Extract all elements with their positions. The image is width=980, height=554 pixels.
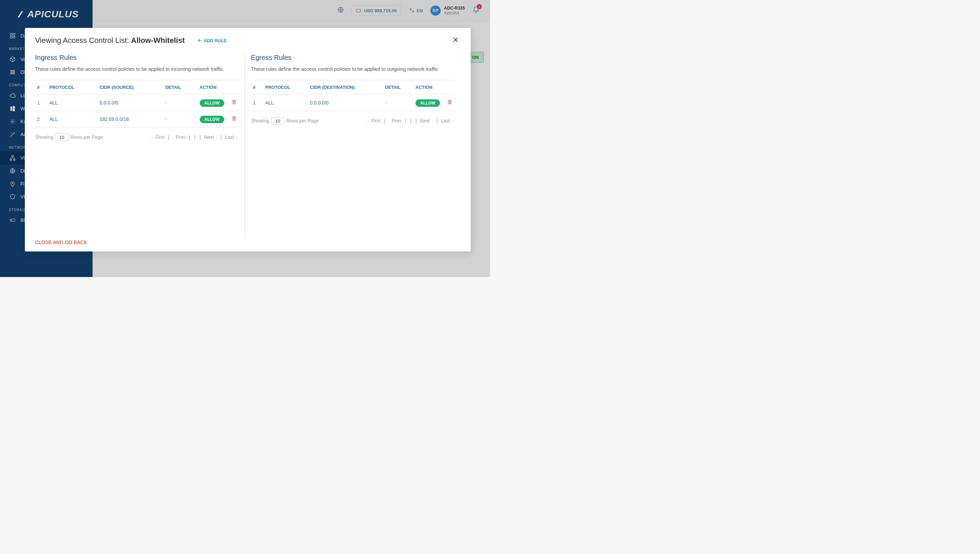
modal-title: Viewing Access Control List: Allow-White… bbox=[35, 36, 185, 45]
modal-title-prefix: Viewing Access Control List: bbox=[35, 36, 131, 45]
pager-showing: Showing bbox=[35, 134, 53, 140]
allow-badge: ALLOW bbox=[200, 99, 224, 107]
trash-icon bbox=[231, 99, 237, 105]
cell-idx: 1 bbox=[35, 95, 47, 111]
ingress-desc: These rules define the access control po… bbox=[35, 66, 239, 72]
pager-prev[interactable]: Prev bbox=[392, 118, 401, 124]
egress-heading: Egress Rules bbox=[251, 54, 455, 62]
pager-showing: Showing bbox=[251, 118, 269, 124]
table-row: 1 ALL 0.0.0.0/0 - ALLOW bbox=[251, 95, 455, 111]
col-action: ACTION bbox=[414, 80, 445, 95]
cell-cidr: 182.69.0.0/16 bbox=[98, 111, 163, 127]
pager-nav: «First | ‹Prev | 1 | Next› | Last» bbox=[150, 134, 239, 140]
pager-first[interactable]: First bbox=[371, 118, 380, 124]
allow-badge: ALLOW bbox=[415, 99, 440, 107]
acl-modal: Viewing Access Control List: Allow-White… bbox=[25, 28, 471, 252]
cell-detail: - bbox=[163, 111, 197, 127]
col-cidr: CIDR (SOURCE) bbox=[98, 80, 163, 95]
pager-next[interactable]: Next bbox=[204, 134, 214, 140]
delete-rule-button[interactable] bbox=[447, 100, 453, 106]
pager-next[interactable]: Next bbox=[420, 118, 430, 124]
egress-pager: Showing Rows per Page «First | ‹Prev | 1… bbox=[251, 111, 455, 124]
ingress-heading: Ingress Rules bbox=[35, 54, 239, 62]
cell-cidr: 0.0.0.0/0 bbox=[308, 95, 383, 111]
col-detail: DETAIL bbox=[383, 80, 414, 95]
cell-idx: 2 bbox=[35, 111, 47, 127]
plus-icon bbox=[196, 37, 202, 43]
pager-last[interactable]: Last bbox=[225, 134, 234, 140]
next-caret-icon: › bbox=[216, 136, 217, 140]
modal-header: Viewing Access Control List: Allow-White… bbox=[25, 28, 471, 51]
ingress-table: # PROTOCOL CIDR (SOURCE) DETAIL ACTION 1… bbox=[35, 80, 239, 127]
add-rule-label: ADD RULE bbox=[204, 38, 227, 43]
pager-prev[interactable]: Prev bbox=[176, 134, 185, 140]
delete-rule-button[interactable] bbox=[231, 117, 237, 122]
table-row: 2 ALL 182.69.0.0/16 - ALLOW bbox=[35, 111, 239, 127]
cell-proto: ALL bbox=[47, 95, 98, 111]
modal-body: Ingress Rules These rules define the acc… bbox=[25, 51, 471, 239]
prev-caret-icon: ‹ bbox=[172, 136, 173, 140]
close-and-go-back-button[interactable]: CLOSE AND GO BACK bbox=[35, 240, 87, 245]
last-caret-icon: » bbox=[236, 136, 238, 140]
rows-per-page-input[interactable] bbox=[271, 117, 284, 124]
close-icon bbox=[452, 37, 459, 43]
first-caret-icon: « bbox=[367, 119, 369, 123]
pager-page: 1 bbox=[194, 134, 196, 140]
col-idx: # bbox=[35, 80, 47, 95]
rows-per-page-input[interactable] bbox=[56, 134, 68, 141]
col-proto: PROTOCOL bbox=[47, 80, 98, 95]
col-idx: # bbox=[251, 80, 263, 95]
delete-rule-button[interactable] bbox=[231, 100, 237, 106]
cell-detail: - bbox=[163, 95, 197, 111]
egress-table: # PROTOCOL CIDR (DESTINATION) DETAIL ACT… bbox=[251, 80, 455, 111]
first-caret-icon: « bbox=[151, 136, 153, 140]
modal-footer: CLOSE AND GO BACK bbox=[25, 239, 471, 252]
ingress-pane: Ingress Rules These rules define the acc… bbox=[35, 51, 245, 239]
allow-badge: ALLOW bbox=[200, 116, 224, 123]
add-rule-button[interactable]: ADD RULE bbox=[196, 37, 227, 43]
table-row: 1 ALL 0.0.0.0/0 - ALLOW bbox=[35, 95, 239, 111]
cell-cidr: 0.0.0.0/0 bbox=[98, 95, 163, 111]
cell-idx: 1 bbox=[251, 95, 263, 111]
prev-caret-icon: ‹ bbox=[388, 119, 390, 123]
pager-rows-per: Rows per Page bbox=[70, 134, 103, 140]
trash-icon bbox=[231, 116, 237, 121]
pager-nav: «First | ‹Prev | 1 | Next› | Last» bbox=[366, 118, 455, 124]
pager-rows-per: Rows per Page bbox=[286, 118, 319, 124]
ingress-pager: Showing Rows per Page «First | ‹Prev | 1… bbox=[35, 127, 239, 141]
egress-pane: Egress Rules These rules define the acce… bbox=[245, 51, 461, 239]
modal-title-name: Allow-Whitelist bbox=[131, 36, 185, 45]
cell-proto: ALL bbox=[47, 111, 98, 127]
col-detail: DETAIL bbox=[163, 80, 197, 95]
cell-detail: - bbox=[383, 95, 414, 111]
pager-page: 1 bbox=[409, 118, 412, 124]
col-action: ACTION bbox=[198, 80, 229, 95]
trash-icon bbox=[447, 99, 453, 105]
col-cidr: CIDR (DESTINATION) bbox=[308, 80, 383, 95]
pager-last[interactable]: Last bbox=[441, 118, 450, 124]
pager-first[interactable]: First bbox=[155, 134, 164, 140]
close-button[interactable] bbox=[452, 37, 459, 45]
cell-proto: ALL bbox=[263, 95, 308, 111]
egress-desc: These rules define the access control po… bbox=[251, 66, 455, 72]
col-proto: PROTOCOL bbox=[263, 80, 308, 95]
last-caret-icon: » bbox=[452, 119, 454, 123]
next-caret-icon: › bbox=[432, 119, 433, 123]
